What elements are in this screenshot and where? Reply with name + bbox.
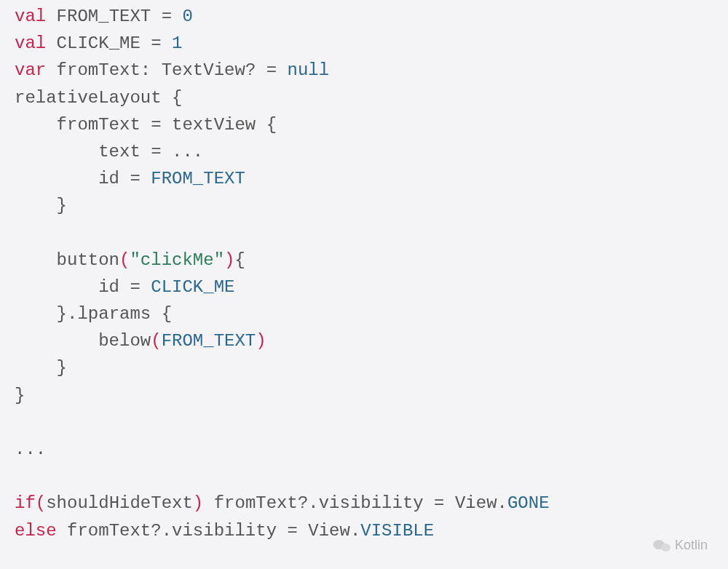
- indent: [15, 331, 98, 351]
- watermark: Kotlin: [653, 536, 708, 556]
- prop-id: id: [98, 277, 130, 297]
- keyword-else: else: [15, 521, 57, 541]
- keyword-var: var: [15, 60, 46, 80]
- paren-close: ): [193, 493, 214, 513]
- brace-open: {: [162, 304, 172, 324]
- null-literal: null: [287, 60, 329, 80]
- const-ref-from-text: FROM_TEXT: [162, 331, 256, 351]
- stmt-visibility-visible: fromText?.visibility = View.: [67, 521, 360, 541]
- const-click-me: CLICK_ME: [46, 33, 151, 53]
- paren-close: ): [224, 250, 234, 270]
- fn-textview: textView: [172, 115, 266, 135]
- indent: [15, 196, 57, 215]
- cond-shouldhidetext: shouldHideText: [46, 493, 193, 513]
- keyword-if: if: [15, 493, 36, 513]
- wechat-icon: [653, 538, 670, 553]
- const-ref-click-me: CLICK_ME: [151, 277, 234, 297]
- assign-lhs: fromText: [57, 115, 151, 135]
- equals: =: [130, 169, 151, 188]
- var-fromtext: fromText: [46, 60, 141, 80]
- fn-lparams: lparams: [77, 304, 161, 324]
- indent: [15, 142, 98, 162]
- string-clickme: "clickMe": [130, 250, 224, 270]
- nullable-equals: ? =: [245, 60, 288, 80]
- paren-open: (: [36, 493, 46, 513]
- prop-id: id: [98, 169, 130, 188]
- paren-close: ): [256, 331, 266, 351]
- indent: [15, 358, 57, 378]
- paren-open: (: [119, 250, 130, 270]
- ellipsis: ...: [15, 439, 46, 459]
- indent: [15, 169, 98, 188]
- stmt-visibility-gone: fromText?.visibility = View.: [214, 493, 507, 513]
- equals: =: [151, 33, 172, 53]
- equals-ellipsis: = ...: [151, 142, 203, 162]
- brace-close: }: [15, 386, 25, 405]
- type-textview: TextView: [162, 60, 245, 80]
- paren-open: (: [151, 331, 161, 351]
- fn-button: button: [57, 250, 119, 270]
- number-literal: 1: [172, 33, 182, 53]
- equals: =: [162, 7, 183, 26]
- keyword-val: val: [15, 33, 46, 53]
- fn-relativelayout: relativeLayout: [15, 88, 172, 108]
- brace-close: }: [57, 358, 67, 378]
- indent: [15, 277, 98, 297]
- code-block: val FROM_TEXT = 0 val CLICK_ME = 1 var f…: [15, 3, 713, 544]
- indent: [15, 250, 57, 270]
- brace-open: {: [234, 250, 245, 270]
- colon: :: [141, 60, 162, 80]
- brace-close: }: [57, 196, 67, 215]
- brace-close: }: [57, 304, 67, 324]
- dot: .: [67, 304, 77, 324]
- const-visible: VISIBLE: [360, 521, 434, 541]
- space: [57, 521, 67, 541]
- watermark-label: Kotlin: [675, 536, 708, 556]
- brace-open: {: [266, 115, 277, 135]
- number-literal: 0: [182, 7, 192, 26]
- fn-below: below: [98, 331, 151, 351]
- keyword-val: val: [15, 7, 46, 26]
- const-ref-from-text: FROM_TEXT: [151, 169, 245, 188]
- equals: =: [130, 277, 151, 297]
- indent: [15, 115, 57, 135]
- const-gone: GONE: [507, 493, 550, 513]
- equals: =: [151, 115, 172, 135]
- const-from-text: FROM_TEXT: [46, 7, 161, 26]
- brace-open: {: [172, 88, 182, 108]
- prop-text: text: [98, 142, 151, 162]
- indent: [15, 304, 57, 324]
